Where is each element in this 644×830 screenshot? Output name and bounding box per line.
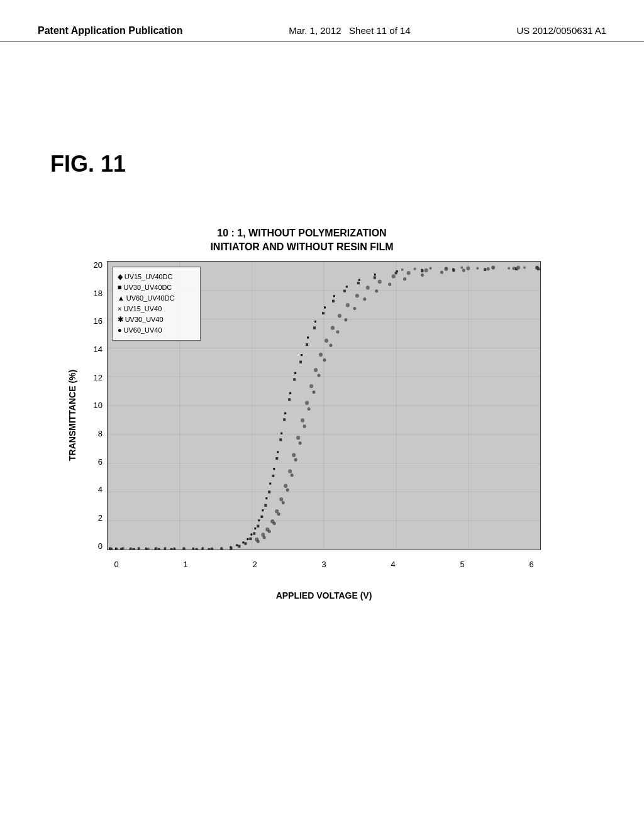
chart-area: TRANSMITTANCE (%) 0 2 4 6 8 10 12 14 16 … (63, 261, 541, 569)
svg-rect-94 (452, 268, 455, 271)
chart-svg: ◆ UV15_UV40DC ■ UV30_UV40DC ▲ UV60_UV40D… (108, 262, 540, 550)
y-tick-10: 10 (94, 401, 103, 409)
svg-rect-87 (322, 312, 325, 314)
svg-point-159 (122, 547, 125, 550)
y-tick-16: 16 (94, 317, 103, 325)
svg-point-153 (462, 268, 465, 272)
y-tick-12: 12 (94, 374, 103, 382)
svg-point-126 (516, 265, 520, 269)
y-tick-0: 0 (98, 542, 103, 550)
y-tick-18: 18 (94, 289, 103, 297)
svg-rect-48 (324, 306, 326, 308)
svg-rect-39 (273, 468, 275, 470)
svg-rect-32 (247, 538, 248, 540)
svg-point-105 (288, 469, 292, 473)
svg-point-137 (299, 441, 302, 445)
svg-point-155 (513, 267, 516, 270)
x-tick-6: 6 (522, 560, 541, 569)
svg-text:× UV15_UV40: × UV15_UV40 (118, 304, 162, 312)
svg-rect-43 (289, 392, 291, 394)
svg-text:◆ UV15_UV40DC: ◆ UV15_UV40DC (118, 272, 172, 280)
svg-point-150 (403, 277, 406, 280)
svg-point-117 (355, 294, 359, 297)
svg-rect-42 (284, 412, 286, 414)
svg-point-173 (430, 267, 432, 269)
svg-rect-77 (268, 490, 270, 493)
svg-rect-76 (264, 504, 267, 506)
svg-point-131 (273, 522, 276, 525)
svg-rect-31 (242, 541, 244, 543)
svg-point-118 (366, 285, 370, 289)
chart-title: 10 : 1, WITHOUT POLYMERIZATION INITIATOR… (63, 226, 541, 255)
svg-point-180 (536, 267, 538, 269)
svg-point-146 (353, 307, 356, 310)
svg-point-114 (331, 326, 335, 329)
x-tick-4: 4 (384, 560, 402, 569)
svg-rect-83 (293, 378, 296, 380)
svg-rect-72 (249, 538, 252, 540)
svg-rect-74 (257, 524, 259, 527)
svg-point-142 (323, 358, 326, 362)
svg-point-143 (329, 343, 332, 346)
svg-rect-37 (265, 497, 267, 499)
svg-rect-84 (299, 360, 302, 363)
chart-title-line2: INITIATOR AND WITHOUT RESIN FILM (63, 240, 541, 254)
svg-point-152 (440, 270, 443, 274)
svg-rect-50 (346, 285, 348, 287)
svg-point-144 (336, 330, 339, 333)
y-tick-4: 4 (98, 485, 103, 494)
svg-point-130 (268, 529, 271, 533)
svg-rect-36 (262, 509, 264, 511)
svg-rect-71 (244, 542, 247, 545)
svg-rect-79 (275, 457, 278, 460)
svg-rect-46 (307, 336, 309, 338)
svg-rect-88 (332, 299, 335, 302)
svg-text:● UV60_UV40: ● UV60_UV40 (118, 326, 162, 333)
svg-point-124 (466, 266, 470, 270)
svg-point-121 (407, 271, 411, 275)
x-axis-label: APPLIED VOLTAGE (V) (107, 590, 541, 600)
svg-point-163 (155, 547, 158, 550)
svg-point-174 (445, 267, 447, 269)
svg-point-110 (309, 384, 313, 388)
svg-point-106 (292, 453, 296, 456)
svg-point-171 (401, 268, 404, 270)
svg-rect-73 (253, 532, 255, 534)
x-tick-0: 0 (107, 560, 126, 569)
y-tick-labels: 0 2 4 6 8 10 12 14 16 18 20 (85, 261, 103, 550)
svg-point-109 (305, 401, 309, 404)
x-tick-5: 5 (453, 560, 472, 569)
svg-rect-78 (272, 474, 274, 477)
svg-point-129 (263, 536, 266, 539)
svg-point-148 (375, 289, 378, 292)
svg-point-149 (388, 282, 391, 285)
svg-point-113 (325, 338, 328, 342)
svg-point-116 (346, 303, 350, 307)
svg-point-168 (202, 547, 204, 550)
x-tick-2: 2 (245, 560, 264, 569)
publication-label: Patent Application Publication (38, 25, 183, 36)
page-header: Patent Application Publication Mar. 1, 2… (0, 0, 644, 42)
svg-rect-61 (133, 548, 135, 550)
chart-container: 10 : 1, WITHOUT POLYMERIZATION INITIATOR… (63, 226, 541, 578)
svg-rect-85 (306, 343, 308, 346)
svg-point-177 (492, 266, 494, 268)
svg-point-103 (279, 497, 283, 501)
svg-rect-34 (254, 528, 256, 529)
svg-rect-75 (260, 515, 263, 517)
svg-rect-93 (421, 270, 424, 272)
y-tick-8: 8 (98, 429, 103, 438)
svg-rect-45 (301, 354, 303, 356)
svg-point-134 (286, 488, 289, 491)
svg-point-175 (460, 266, 463, 268)
svg-rect-40 (277, 451, 279, 453)
svg-point-138 (303, 424, 306, 428)
svg-point-107 (296, 436, 300, 440)
svg-point-166 (183, 547, 186, 550)
chart-title-line1: 10 : 1, WITHOUT POLYMERIZATION (63, 226, 541, 240)
svg-point-132 (277, 512, 280, 516)
svg-point-151 (421, 273, 424, 276)
svg-rect-91 (374, 276, 376, 279)
svg-rect-49 (333, 295, 335, 297)
date-sheet-info: Mar. 1, 2012 Sheet 11 of 14 (289, 25, 411, 36)
